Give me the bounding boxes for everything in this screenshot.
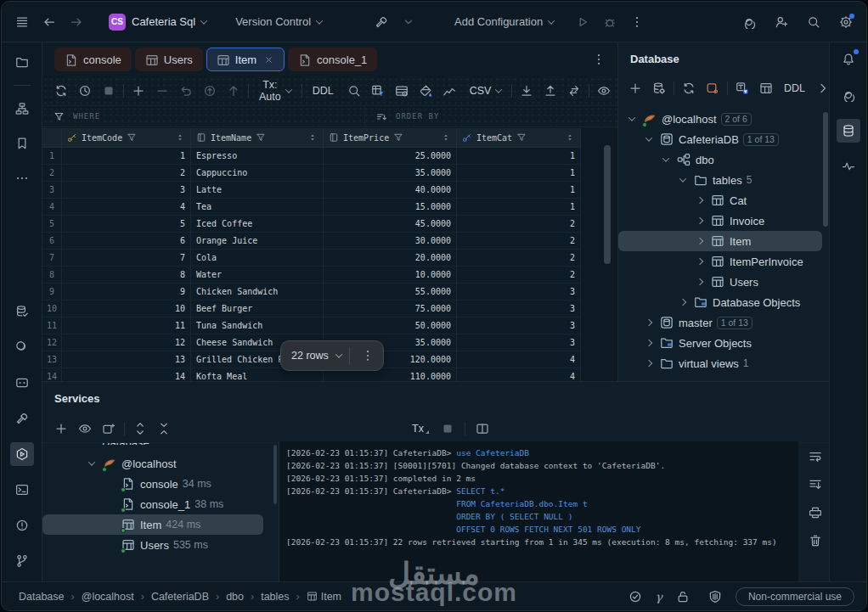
db-tree-item-ItemPerInvoice[interactable]: ItemPerInvoice [618,251,822,272]
chart-button[interactable] [439,81,459,101]
cell-ItemCat[interactable]: 3 [457,334,581,351]
shield-button[interactable] [705,587,725,607]
db-tree-item-Database-Objects[interactable]: Database Objects [618,292,822,312]
row-number[interactable]: 6 [42,233,62,249]
db-tree-item-Invoice[interactable]: Invoice [618,211,822,231]
undo-button[interactable] [176,81,196,101]
chevron-right-icon[interactable] [645,340,652,346]
services-tree-item-Item[interactable]: Item424 ms [42,514,263,535]
soft-wrap-button[interactable] [805,446,826,467]
cell-ItemCode[interactable]: 3 [62,182,191,198]
check-circle-button[interactable] [625,587,645,607]
row-number[interactable]: 8 [42,267,62,283]
cell-ItemCode[interactable]: 6 [62,233,191,249]
row-number[interactable]: 2 [42,165,62,181]
refresh-button[interactable] [679,78,699,98]
arrow-right-button[interactable] [66,12,87,32]
hammer-button[interactable] [10,407,34,430]
chevron-right-icon[interactable] [696,278,703,285]
cell-ItemPrice[interactable]: 30.0000 [324,233,457,249]
cell-ItemName[interactable]: Espresso [191,148,324,164]
bell-button[interactable] [837,48,860,71]
arrow-left-button[interactable] [39,12,59,32]
grid-vertical-scrollbar[interactable] [604,145,611,264]
services-tree-item-console_1[interactable]: console_138 ms [42,494,263,514]
cell-ItemPrice[interactable]: 20.0000 [324,250,457,266]
tab-console[interactable]: console [54,48,132,71]
filter-grid-button[interactable] [368,81,388,101]
breadcrumb-item-tables[interactable]: tables [261,591,289,603]
hammer-button[interactable] [371,12,392,32]
cell-ItemCode[interactable]: 13 [62,351,191,368]
breadcrumb-item-Database[interactable]: Database [19,591,65,603]
kebab-button[interactable] [627,12,647,32]
cell-ItemCode[interactable]: 2 [62,165,191,181]
download-button[interactable] [516,81,537,101]
upload-button[interactable] [540,81,561,101]
db-check-button[interactable] [10,300,34,323]
column-header-ItemPrice[interactable]: ItemPrice [324,128,457,147]
table-t-button[interactable] [732,78,752,98]
cell-ItemCat[interactable]: 2 [457,250,581,266]
services-tree-item-Users[interactable]: Users535 ms [42,535,263,555]
cell-ItemPrice[interactable]: 40.0000 [324,182,457,198]
services-tree-item-@localhost[interactable]: @localhost [42,453,263,474]
services-tx-button[interactable]: Tx [410,420,431,437]
cell-ItemName[interactable]: Latte [191,182,324,198]
database-button[interactable] [837,119,860,143]
close-icon[interactable] [262,53,274,65]
breadcrumb-item-dbo[interactable]: dbo [226,591,244,603]
cell-ItemCat[interactable]: 4 [457,368,581,381]
more-button[interactable] [10,166,34,190]
sort-icon[interactable] [565,132,575,143]
cell-ItemName[interactable]: Cappuccino [191,165,324,181]
plus-button[interactable] [128,81,149,101]
row-count-label[interactable]: 22 rows [291,350,329,362]
project-selector[interactable]: CS Cafeteria Sql [104,10,211,34]
cell-ItemPrice[interactable]: 15.0000 [324,199,457,215]
cell-ItemCat[interactable]: 3 [457,300,581,317]
row-number[interactable]: 3 [42,182,62,198]
kebab-button[interactable] [589,49,609,70]
cell-ItemCode[interactable]: 10 [62,300,191,317]
user-plus-button[interactable] [771,12,792,32]
tab-console_1[interactable]: console_1 [288,48,377,71]
funnel-icon[interactable] [516,132,527,143]
cell-ItemName[interactable]: Water [191,267,324,283]
cell-ItemCat[interactable]: 1 [457,165,581,181]
folder-button[interactable] [10,50,34,74]
ddl-button[interactable]: DDL [307,82,340,99]
run-configurations[interactable]: Add Configuration [449,12,559,31]
services-tree-item-console[interactable]: console34 ms [42,474,263,494]
chevron-right-icon[interactable] [696,197,703,204]
cell-ItemCat[interactable]: 4 [457,351,581,368]
funnel-icon[interactable] [393,132,403,143]
chevron-right-icon[interactable] [679,299,686,306]
export-format-button[interactable]: CSV [464,82,508,99]
cell-ItemCode[interactable]: 9 [62,284,191,300]
services-tree-partial-item[interactable]: Database [102,443,263,445]
minus-button[interactable] [152,81,172,101]
breadcrumb-item-CafeteriaDB[interactable]: CafeteriaDB [151,591,209,603]
sort-icon[interactable] [175,132,185,143]
row-number[interactable]: 14 [42,368,62,381]
menu-button[interactable] [12,12,32,32]
unlock-button[interactable] [673,587,693,607]
eye-button[interactable] [594,81,614,101]
stop-button[interactable] [437,418,458,439]
cell-ItemName[interactable]: Iced Coffee [191,216,324,232]
cell-ItemCat[interactable]: 1 [457,199,581,215]
structure-button[interactable] [10,97,34,121]
chevron-down-icon[interactable] [88,458,95,465]
row-number[interactable]: 5 [42,216,62,232]
db-tree-item-Cat[interactable]: Cat [618,190,822,211]
order-by-filter[interactable]: ORDER BY [365,106,448,126]
db-tree-item-CafeteriaDB[interactable]: CafeteriaDB1 of 13 [618,129,822,149]
cell-ItemCat[interactable]: 1 [457,148,581,164]
plus-button[interactable] [625,78,645,98]
breadcrumb-item-Item[interactable]: Item [307,591,341,603]
table-button[interactable] [756,78,776,98]
arrow-up-button[interactable] [223,81,244,101]
db-tree-item-Server-Objects[interactable]: Server Objects [618,333,822,353]
eye-button[interactable] [75,418,95,439]
